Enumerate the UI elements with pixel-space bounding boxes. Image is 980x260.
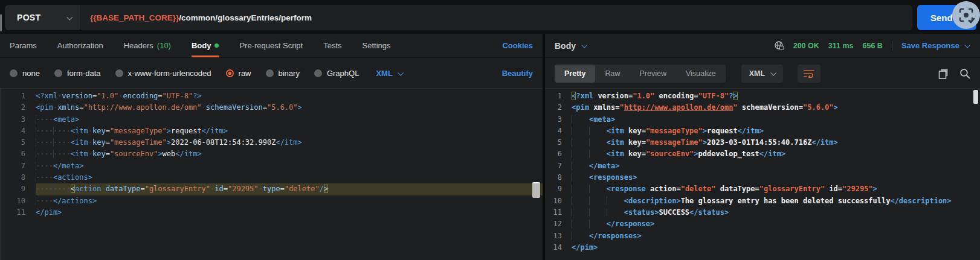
line-number: 9 xyxy=(1,183,25,195)
code-line[interactable]: 11</pim> xyxy=(1,207,543,218)
request-body-editor[interactable]: 1<?xml·version="1.0"·encoding="UTF-8"?>2… xyxy=(0,88,543,260)
line-content: ········<itm·key="sourceEnv">web</itm> xyxy=(36,148,543,160)
chevron-down-icon xyxy=(66,14,73,20)
line-number: 10 xyxy=(1,195,25,207)
code-line[interactable]: 10 <description>The glossary entry has b… xyxy=(545,195,980,207)
code-line[interactable]: 6 <itm key="sourceEnv">pddevelop_test</i… xyxy=(545,148,980,160)
request-language-label: XML xyxy=(376,69,392,78)
code-line[interactable]: 4········<itm·key="messageType">request<… xyxy=(1,125,543,137)
body-type-label: none xyxy=(22,69,40,78)
line-content: ········<action·dataType="glossaryEntry"… xyxy=(36,183,543,195)
response-body-dropdown[interactable]: Body xyxy=(555,41,586,51)
view-preview[interactable]: Preview xyxy=(630,65,675,83)
code-line[interactable]: 9 <response action="delete" dataType="gl… xyxy=(545,183,980,195)
line-content: ········<itm·key="messageTime">2022-06-0… xyxy=(36,137,543,148)
tab-params[interactable]: Params xyxy=(10,34,37,57)
chevron-down-icon xyxy=(964,42,970,48)
tab-headers[interactable]: Headers(10) xyxy=(124,34,171,57)
line-number: 4 xyxy=(1,125,25,137)
line-content: <meta> xyxy=(572,114,980,125)
code-line[interactable]: 2<pim xmlns="http://www.apollon.de/omn" … xyxy=(545,102,980,113)
code-line[interactable]: 4 <itm key="messageType">request</itm> xyxy=(545,125,980,137)
code-line[interactable]: 2<pim·xmlns="http://www.apollon.de/omn"·… xyxy=(1,102,543,113)
line-number: 8 xyxy=(1,172,25,183)
request-editor-scrollbar[interactable] xyxy=(532,182,540,198)
body-type-binary[interactable]: binary xyxy=(266,69,300,78)
tab-pre-request-script[interactable]: Pre-request Script xyxy=(239,34,303,57)
code-line[interactable]: 13 </responses> xyxy=(545,230,980,242)
line-number: 3 xyxy=(545,114,562,125)
code-line[interactable]: 3 <meta> xyxy=(545,114,980,125)
response-language-select[interactable]: XML xyxy=(741,65,783,83)
line-content: <pim·xmlns="http://www.apollon.de/omn"·s… xyxy=(36,102,543,113)
request-language-select[interactable]: XML xyxy=(376,69,402,78)
response-tools xyxy=(938,68,970,79)
body-type-graphql[interactable]: GraphQL xyxy=(314,69,359,78)
code-line[interactable]: 10····</actions> xyxy=(1,195,543,207)
tab-label: Headers xyxy=(124,41,153,50)
body-type-none[interactable]: none xyxy=(10,69,40,78)
code-line[interactable]: 1<?xml version="1.0" encoding="UTF-8"?> xyxy=(545,90,980,102)
body-type-x-www-form-urlencoded[interactable]: x-www-form-urlencoded xyxy=(115,69,211,78)
code-line[interactable]: 3····<meta> xyxy=(1,114,543,125)
tab-label: Settings xyxy=(363,41,391,50)
radio-icon xyxy=(226,69,234,77)
wrap-text-button[interactable] xyxy=(798,65,820,83)
code-line[interactable]: 7····</meta> xyxy=(1,160,543,172)
copy-icon[interactable] xyxy=(938,68,949,79)
response-body-viewer[interactable]: 1<?xml version="1.0" encoding="UTF-8"?>2… xyxy=(545,88,980,260)
code-line[interactable]: 7 </meta> xyxy=(545,160,980,172)
body-type-raw[interactable]: raw xyxy=(226,69,251,78)
cookies-link[interactable]: Cookies xyxy=(502,34,533,57)
code-line[interactable]: 14</pim> xyxy=(545,242,980,253)
screen-capture-badge[interactable] xyxy=(952,1,980,29)
response-editor-scrollbar[interactable] xyxy=(973,90,978,104)
line-content: <itm key="sourceEnv">pddevelop_test</itm… xyxy=(572,148,980,160)
line-number: 1 xyxy=(545,90,562,102)
line-content: <description>The glossary entry has been… xyxy=(572,195,980,207)
network-globe-icon xyxy=(774,40,784,51)
line-content: <responses> xyxy=(572,172,980,183)
radio-icon xyxy=(266,69,274,77)
line-content: ····<actions> xyxy=(36,172,543,183)
url-path: /common/glossaryEntries/perform xyxy=(179,13,312,22)
code-line[interactable]: 5········<itm·key="messageTime">2022-06-… xyxy=(1,137,543,148)
code-line[interactable]: 11 <status>SUCCESS</status> xyxy=(545,207,980,218)
code-line[interactable]: 12 </response> xyxy=(545,218,980,230)
save-response-button[interactable]: Save Response xyxy=(901,41,969,50)
body-type-form-data[interactable]: form-data xyxy=(54,69,101,78)
code-line[interactable]: 8 <responses> xyxy=(545,172,980,183)
line-content: </meta> xyxy=(572,160,980,172)
line-number: 11 xyxy=(545,207,562,218)
code-line[interactable]: 1<?xml·version="1.0"·encoding="UTF-8"?> xyxy=(1,90,543,102)
code-line[interactable]: 6········<itm·key="sourceEnv">web</itm> xyxy=(1,148,543,160)
beautify-link[interactable]: Beautify xyxy=(502,69,533,78)
request-tabs: ParamsAuthorizationHeaders(10)BodyPre-re… xyxy=(0,34,543,58)
text-wrap-icon xyxy=(803,69,815,78)
line-number: 13 xyxy=(545,230,562,242)
code-line[interactable]: 5 <itm key="messageTime">2023-03-01T14:5… xyxy=(545,137,980,148)
search-icon[interactable] xyxy=(959,68,970,79)
code-line[interactable]: 8····<actions> xyxy=(1,172,543,183)
line-content: <?xml version="1.0" encoding="UTF-8"?> xyxy=(572,90,980,102)
line-content: </pim> xyxy=(36,207,543,218)
tab-authorization[interactable]: Authorization xyxy=(57,34,103,57)
tab-count: (10) xyxy=(157,41,171,50)
line-content: <itm key="messageType">request</itm> xyxy=(572,125,980,137)
chevron-down-icon xyxy=(581,42,587,48)
url-input[interactable]: {{BASE_PATH_CORE}}/common/glossaryEntrie… xyxy=(80,5,912,30)
tab-body[interactable]: Body xyxy=(192,34,219,57)
line-number: 7 xyxy=(545,160,562,172)
line-number: 11 xyxy=(1,207,25,218)
method-select[interactable]: POST xyxy=(5,5,80,30)
line-content: ····</actions> xyxy=(36,195,543,207)
code-line[interactable]: 9········<action·dataType="glossaryEntry… xyxy=(1,183,543,195)
method-label: POST xyxy=(17,13,67,22)
left-edge-sliver xyxy=(0,14,2,31)
tab-tests[interactable]: Tests xyxy=(323,34,341,57)
view-visualize[interactable]: Visualize xyxy=(676,65,726,83)
line-number: 12 xyxy=(545,218,562,230)
tab-settings[interactable]: Settings xyxy=(363,34,391,57)
view-pretty[interactable]: Pretty xyxy=(555,65,595,83)
view-raw[interactable]: Raw xyxy=(595,65,630,83)
